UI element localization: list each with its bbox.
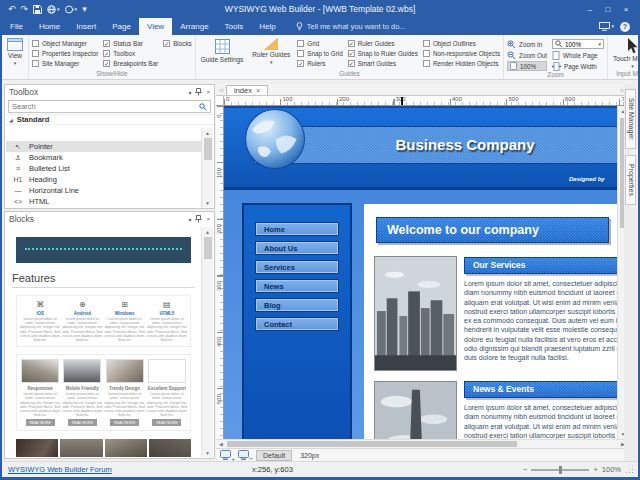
undo-button[interactable]: ↶ bbox=[8, 5, 16, 14]
tower-photo[interactable] bbox=[374, 381, 457, 439]
globe-logo[interactable] bbox=[244, 108, 306, 170]
city-photo[interactable] bbox=[374, 256, 457, 371]
toolbox-section-standard[interactable]: ◢ Standard bbox=[5, 114, 214, 125]
close-button[interactable]: × bbox=[618, 5, 634, 14]
guide-settings-button[interactable]: Guide Settings bbox=[199, 37, 246, 64]
ribbon-checkbox[interactable]: Snap to Grid bbox=[297, 49, 342, 58]
ribbon-checkbox[interactable]: Properties Inspector bbox=[32, 49, 98, 58]
right-panel-tab[interactable]: Site Manager bbox=[625, 89, 636, 149]
panel-menu-icon[interactable]: ▾ bbox=[188, 89, 191, 96]
qat-customize-button[interactable]: ▾ bbox=[82, 5, 87, 14]
nav-button[interactable]: Contact bbox=[255, 317, 339, 331]
block-thumbnail-photo-strip[interactable] bbox=[16, 439, 191, 457]
section-heading-news[interactable]: News & Events bbox=[464, 381, 617, 398]
maximize-button[interactable]: □ bbox=[600, 5, 616, 14]
ribbon-checkbox[interactable]: Site Manager bbox=[32, 59, 98, 68]
page-header[interactable]: Business Company Designed by bbox=[224, 106, 617, 190]
touch-mouse-button[interactable]: Touch Mouse ▾ bbox=[611, 37, 640, 70]
toolbox-scrollbar[interactable]: ▲ ▼ bbox=[201, 128, 213, 207]
ribbon-checkbox[interactable]: Ruler Guides bbox=[348, 39, 418, 48]
toolbox-item[interactable]: <> HTML bbox=[6, 196, 201, 207]
zoom-slider-thumb[interactable] bbox=[559, 466, 562, 474]
display-mode-button[interactable]: ▾ bbox=[599, 22, 614, 31]
ribbon-tab[interactable]: View bbox=[139, 18, 172, 35]
toolbox-item[interactable]: ↖ Pointer bbox=[6, 141, 201, 152]
blocks-scrollbar[interactable]: ▲ ▼ bbox=[201, 227, 213, 457]
zoom-slider[interactable] bbox=[531, 469, 589, 471]
welcome-heading[interactable]: Welcome to our company bbox=[376, 217, 609, 243]
add-breakpoint-button[interactable]: + bbox=[220, 450, 234, 461]
ribbon-tab[interactable]: Home bbox=[31, 18, 68, 35]
zoom-out-button[interactable]: Zoom Out bbox=[507, 50, 547, 60]
ribbon-tab[interactable]: Help bbox=[251, 18, 283, 35]
nav-button[interactable]: Services bbox=[255, 260, 339, 274]
toolbox-item[interactable]: H1 Heading bbox=[6, 174, 201, 185]
nav-button[interactable]: About Us bbox=[255, 241, 339, 255]
nav-panel[interactable]: Home About Us Services News Blog Contact bbox=[242, 203, 352, 439]
zoom-in-button[interactable]: Zoom In bbox=[507, 39, 547, 49]
preview-button[interactable]: ▾ bbox=[47, 5, 60, 14]
view-button[interactable]: View ▾ bbox=[5, 37, 25, 67]
ribbon-checkbox[interactable]: Object Manager bbox=[32, 39, 98, 48]
ribbon-checkbox[interactable]: Smart Guides bbox=[348, 59, 418, 68]
ribbon-checkbox[interactable]: Render Hidden Objects bbox=[423, 59, 500, 68]
pin-icon[interactable] bbox=[195, 215, 202, 223]
save-button[interactable] bbox=[33, 5, 42, 14]
zoom-100-button[interactable]: 100% bbox=[507, 61, 547, 71]
ribbon-checkbox[interactable]: Status Bar bbox=[103, 39, 158, 48]
zoom-level-combobox[interactable]: 100% ▾ bbox=[552, 39, 604, 49]
minimize-button[interactable]: – bbox=[582, 5, 598, 14]
ribbon-tab[interactable]: Arrange bbox=[172, 18, 216, 35]
nav-button[interactable]: News bbox=[255, 279, 339, 293]
toolbox-item[interactable]: ≡ Bulleted List bbox=[6, 163, 201, 174]
document-tab-index[interactable]: index × bbox=[226, 85, 268, 95]
breakpoint-default-tab[interactable]: Default bbox=[256, 450, 292, 461]
ribbon-checkbox[interactable]: Object Outlines bbox=[423, 39, 500, 48]
content-card[interactable]: Welcome to our company bbox=[364, 204, 617, 439]
toolbox-item[interactable]: ⚓ Bookmark bbox=[6, 152, 201, 163]
tab-scroll-left-icon[interactable]: ◁ bbox=[216, 84, 226, 95]
ribbon-checkbox[interactable]: Grid bbox=[297, 39, 342, 48]
publish-button[interactable]: ▾ bbox=[65, 5, 78, 14]
site-title[interactable]: Business Company bbox=[275, 127, 617, 163]
page-width-button[interactable]: Page Width bbox=[552, 61, 604, 71]
site-banner[interactable]: Business Company bbox=[254, 126, 617, 164]
close-tab-icon[interactable]: × bbox=[256, 87, 260, 94]
ribbon-checkbox[interactable]: Toolbox bbox=[103, 49, 158, 58]
redo-button[interactable]: ↷ bbox=[21, 5, 29, 14]
right-panel-tab[interactable]: Properties bbox=[625, 155, 636, 205]
ribbon-checkbox[interactable]: Rulers bbox=[297, 59, 342, 68]
breakpoint-320-tab[interactable]: 320px bbox=[296, 452, 323, 459]
close-icon[interactable]: × bbox=[206, 89, 210, 95]
toolbox-item[interactable]: — Horizontal Line bbox=[6, 185, 201, 196]
ribbon-tab[interactable]: Insert bbox=[68, 18, 104, 35]
page-canvas[interactable]: Business Company Designed by bbox=[224, 106, 617, 439]
block-thumbnail-features-photos[interactable]: Responsive Lorem ipsum dolor sit amet, c… bbox=[16, 354, 191, 431]
tell-me-search[interactable]: Tell me what you want to do... bbox=[284, 18, 406, 35]
pin-icon[interactable] bbox=[195, 88, 202, 96]
ruler-guides-button[interactable]: Ruler Guides ▾ bbox=[250, 37, 292, 66]
remove-breakpoint-button[interactable]: − bbox=[238, 450, 252, 461]
section-text-services[interactable]: Lorem ipsum dolor sit amet, consectetuer… bbox=[464, 279, 617, 363]
canvas-horizontal-scrollbar[interactable]: ◀ ▶ bbox=[216, 439, 628, 448]
forum-link[interactable]: WYSIWYG Web Builder Forum bbox=[2, 465, 112, 474]
ribbon-checkbox[interactable]: Snap to Ruler Guides bbox=[348, 49, 418, 58]
ribbon-tab[interactable]: File bbox=[2, 18, 31, 35]
resize-grip[interactable] bbox=[625, 465, 634, 474]
help-icon[interactable]: ? bbox=[620, 22, 630, 32]
nav-button[interactable]: Blog bbox=[255, 298, 339, 312]
whole-page-button[interactable]: Whole Page bbox=[552, 50, 604, 60]
section-heading-services[interactable]: Our Services bbox=[464, 257, 617, 274]
toolbox-search[interactable] bbox=[8, 100, 211, 113]
close-icon[interactable]: × bbox=[206, 216, 210, 222]
ribbon-checkbox[interactable]: Blocks bbox=[163, 39, 192, 48]
section-text-news[interactable]: Lorem ipsum dolor sit amet, consectetuer… bbox=[464, 403, 617, 439]
panel-menu-icon[interactable]: ▾ bbox=[188, 216, 191, 223]
nav-button[interactable]: Home bbox=[255, 222, 339, 236]
ribbon-tab[interactable]: Tools bbox=[217, 18, 252, 35]
block-thumbnail-divider[interactable] bbox=[16, 237, 191, 263]
zoom-out-slider-button[interactable]: − bbox=[523, 465, 527, 474]
search-input[interactable] bbox=[12, 102, 199, 111]
ribbon-checkbox[interactable]: Non-responsive Objects bbox=[423, 49, 500, 58]
block-thumbnail-features-icons[interactable]: ⌘ iOS Lorem ipsum dolor sit amet, consec… bbox=[16, 295, 191, 347]
